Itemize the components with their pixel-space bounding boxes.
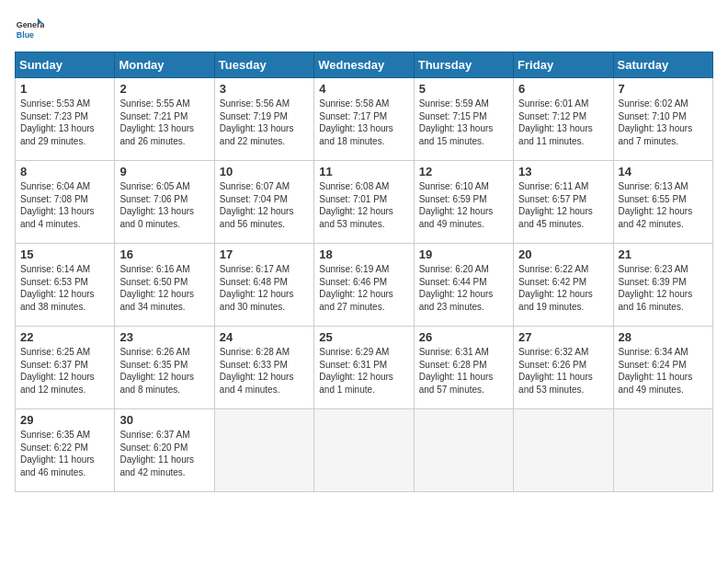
- logo: General Blue: [15, 15, 44, 44]
- logo-icon: General Blue: [15, 15, 44, 44]
- calendar-cell: 29Sunrise: 6:35 AM Sunset: 6:22 PM Dayli…: [16, 409, 115, 492]
- calendar-cell: 28Sunrise: 6:34 AM Sunset: 6:24 PM Dayli…: [613, 327, 712, 409]
- cell-info: Sunrise: 5:53 AM Sunset: 7:23 PM Dayligh…: [20, 98, 109, 147]
- day-number: 22: [20, 330, 109, 344]
- calendar-cell: 18Sunrise: 6:19 AM Sunset: 6:46 PM Dayli…: [314, 244, 414, 327]
- cell-info: Sunrise: 6:10 AM Sunset: 6:59 PM Dayligh…: [419, 180, 508, 230]
- cell-info: Sunrise: 5:58 AM Sunset: 7:17 PM Dayligh…: [319, 98, 408, 147]
- calendar-cell: 27Sunrise: 6:32 AM Sunset: 6:26 PM Dayli…: [514, 327, 613, 409]
- calendar-cell: 24Sunrise: 6:28 AM Sunset: 6:33 PM Dayli…: [214, 327, 313, 409]
- calendar-cell: 6Sunrise: 6:01 AM Sunset: 7:12 PM Daylig…: [514, 78, 613, 161]
- cell-info: Sunrise: 6:13 AM Sunset: 6:55 PM Dayligh…: [619, 180, 708, 230]
- cell-info: Sunrise: 6:04 AM Sunset: 7:08 PM Dayligh…: [20, 180, 109, 230]
- calendar-cell: 19Sunrise: 6:20 AM Sunset: 6:44 PM Dayli…: [414, 244, 513, 327]
- cell-info: Sunrise: 5:59 AM Sunset: 7:15 PM Dayligh…: [419, 98, 508, 147]
- calendar-cell: [214, 409, 313, 492]
- calendar-cell: 1Sunrise: 5:53 AM Sunset: 7:23 PM Daylig…: [16, 78, 115, 161]
- day-number: 24: [220, 330, 309, 344]
- day-number: 13: [518, 165, 608, 178]
- calendar-cell: 20Sunrise: 6:22 AM Sunset: 6:42 PM Dayli…: [514, 244, 613, 327]
- weekday-header-friday: Friday: [514, 52, 613, 78]
- calendar-cell: [613, 409, 712, 492]
- calendar-cell: 5Sunrise: 5:59 AM Sunset: 7:15 PM Daylig…: [414, 78, 513, 161]
- weekday-header-thursday: Thursday: [414, 52, 513, 78]
- calendar-week-1: 1Sunrise: 5:53 AM Sunset: 7:23 PM Daylig…: [16, 78, 713, 161]
- calendar-cell: 8Sunrise: 6:04 AM Sunset: 7:08 PM Daylig…: [16, 161, 115, 244]
- calendar-cell: 26Sunrise: 6:31 AM Sunset: 6:28 PM Dayli…: [414, 327, 513, 409]
- calendar-cell: 13Sunrise: 6:11 AM Sunset: 6:57 PM Dayli…: [514, 161, 613, 244]
- calendar-cell: 25Sunrise: 6:29 AM Sunset: 6:31 PM Dayli…: [314, 327, 414, 409]
- cell-info: Sunrise: 6:22 AM Sunset: 6:42 PM Dayligh…: [518, 263, 608, 313]
- calendar-cell: 22Sunrise: 6:25 AM Sunset: 6:37 PM Dayli…: [16, 327, 115, 409]
- calendar-cell: [514, 409, 613, 492]
- calendar-week-3: 15Sunrise: 6:14 AM Sunset: 6:53 PM Dayli…: [16, 244, 713, 327]
- day-number: 19: [419, 247, 508, 261]
- day-number: 12: [419, 165, 508, 178]
- calendar-cell: [414, 409, 513, 492]
- day-number: 5: [419, 82, 508, 96]
- day-number: 10: [220, 165, 309, 178]
- cell-info: Sunrise: 5:55 AM Sunset: 7:21 PM Dayligh…: [119, 98, 209, 147]
- day-number: 25: [319, 330, 408, 344]
- weekday-header-monday: Monday: [115, 52, 214, 78]
- calendar-cell: 17Sunrise: 6:17 AM Sunset: 6:48 PM Dayli…: [214, 244, 313, 327]
- calendar-cell: 14Sunrise: 6:13 AM Sunset: 6:55 PM Dayli…: [613, 161, 712, 244]
- day-number: 21: [619, 247, 708, 261]
- day-number: 11: [319, 165, 408, 178]
- calendar-cell: 7Sunrise: 6:02 AM Sunset: 7:10 PM Daylig…: [613, 78, 712, 161]
- cell-info: Sunrise: 6:34 AM Sunset: 6:24 PM Dayligh…: [619, 346, 708, 396]
- calendar-week-2: 8Sunrise: 6:04 AM Sunset: 7:08 PM Daylig…: [16, 161, 713, 244]
- cell-info: Sunrise: 6:37 AM Sunset: 6:20 PM Dayligh…: [119, 429, 209, 478]
- cell-info: Sunrise: 5:56 AM Sunset: 7:19 PM Dayligh…: [220, 98, 309, 147]
- cell-info: Sunrise: 6:05 AM Sunset: 7:06 PM Dayligh…: [119, 180, 209, 230]
- cell-info: Sunrise: 6:11 AM Sunset: 6:57 PM Dayligh…: [518, 180, 608, 230]
- day-number: 27: [518, 330, 608, 344]
- day-number: 3: [220, 82, 309, 96]
- page-header: General Blue: [15, 15, 713, 44]
- cell-info: Sunrise: 6:19 AM Sunset: 6:46 PM Dayligh…: [319, 263, 408, 313]
- day-number: 30: [119, 413, 209, 427]
- calendar-week-4: 22Sunrise: 6:25 AM Sunset: 6:37 PM Dayli…: [16, 327, 713, 409]
- calendar-cell: 2Sunrise: 5:55 AM Sunset: 7:21 PM Daylig…: [115, 78, 214, 161]
- day-number: 14: [619, 165, 708, 178]
- cell-info: Sunrise: 6:02 AM Sunset: 7:10 PM Dayligh…: [619, 98, 708, 147]
- cell-info: Sunrise: 6:01 AM Sunset: 7:12 PM Dayligh…: [518, 98, 608, 147]
- day-number: 15: [20, 247, 109, 261]
- calendar-cell: [314, 409, 414, 492]
- cell-info: Sunrise: 6:26 AM Sunset: 6:35 PM Dayligh…: [119, 346, 209, 396]
- calendar-table: SundayMondayTuesdayWednesdayThursdayFrid…: [15, 52, 713, 492]
- calendar-week-5: 29Sunrise: 6:35 AM Sunset: 6:22 PM Dayli…: [16, 409, 713, 492]
- cell-info: Sunrise: 6:29 AM Sunset: 6:31 PM Dayligh…: [319, 346, 408, 396]
- calendar-cell: 23Sunrise: 6:26 AM Sunset: 6:35 PM Dayli…: [115, 327, 214, 409]
- day-number: 6: [518, 82, 608, 96]
- cell-info: Sunrise: 6:35 AM Sunset: 6:22 PM Dayligh…: [20, 429, 109, 478]
- day-number: 26: [419, 330, 508, 344]
- weekday-header-tuesday: Tuesday: [214, 52, 313, 78]
- calendar-cell: 15Sunrise: 6:14 AM Sunset: 6:53 PM Dayli…: [16, 244, 115, 327]
- day-number: 9: [119, 165, 209, 178]
- calendar-cell: 16Sunrise: 6:16 AM Sunset: 6:50 PM Dayli…: [115, 244, 214, 327]
- day-number: 7: [619, 82, 708, 96]
- cell-info: Sunrise: 6:25 AM Sunset: 6:37 PM Dayligh…: [20, 346, 109, 396]
- day-number: 23: [119, 330, 209, 344]
- day-number: 28: [619, 330, 708, 344]
- calendar-cell: 30Sunrise: 6:37 AM Sunset: 6:20 PM Dayli…: [115, 409, 214, 492]
- cell-info: Sunrise: 6:28 AM Sunset: 6:33 PM Dayligh…: [220, 346, 309, 396]
- cell-info: Sunrise: 6:16 AM Sunset: 6:50 PM Dayligh…: [119, 263, 209, 313]
- svg-text:Blue: Blue: [17, 30, 34, 40]
- calendar-cell: 21Sunrise: 6:23 AM Sunset: 6:39 PM Dayli…: [613, 244, 712, 327]
- cell-info: Sunrise: 6:07 AM Sunset: 7:04 PM Dayligh…: [220, 180, 309, 230]
- day-number: 18: [319, 247, 408, 261]
- calendar-cell: 3Sunrise: 5:56 AM Sunset: 7:19 PM Daylig…: [214, 78, 313, 161]
- calendar-cell: 10Sunrise: 6:07 AM Sunset: 7:04 PM Dayli…: [214, 161, 313, 244]
- cell-info: Sunrise: 6:31 AM Sunset: 6:28 PM Dayligh…: [419, 346, 508, 396]
- weekday-header-sunday: Sunday: [16, 52, 115, 78]
- day-number: 17: [220, 247, 309, 261]
- day-number: 16: [119, 247, 209, 261]
- calendar-cell: 9Sunrise: 6:05 AM Sunset: 7:06 PM Daylig…: [115, 161, 214, 244]
- weekday-header-saturday: Saturday: [613, 52, 712, 78]
- cell-info: Sunrise: 6:23 AM Sunset: 6:39 PM Dayligh…: [619, 263, 708, 313]
- calendar-cell: 12Sunrise: 6:10 AM Sunset: 6:59 PM Dayli…: [414, 161, 513, 244]
- day-number: 4: [319, 82, 408, 96]
- day-number: 8: [20, 165, 109, 178]
